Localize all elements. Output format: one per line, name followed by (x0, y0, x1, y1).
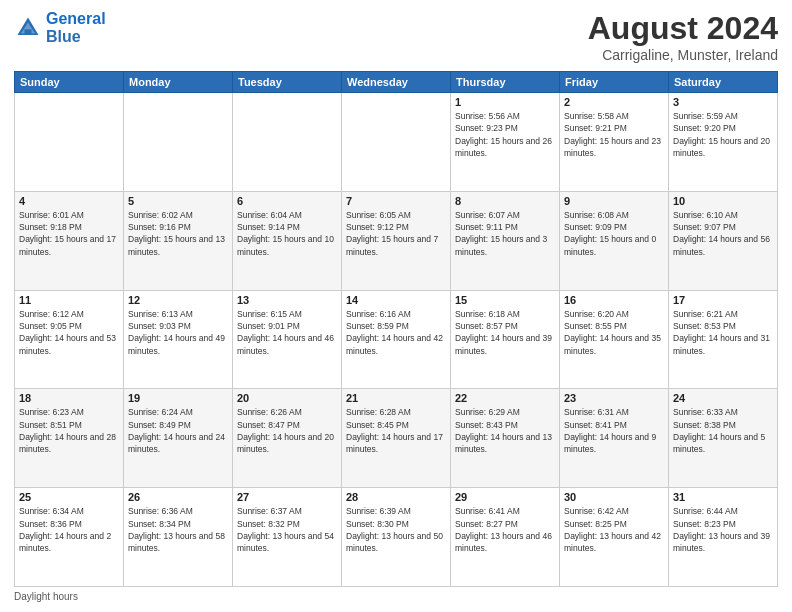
day-number: 2 (564, 96, 664, 108)
calendar-week-row: 18Sunrise: 6:23 AMSunset: 8:51 PMDayligh… (15, 389, 778, 488)
sunrise: Sunrise: 6:28 AM (346, 407, 411, 417)
sunrise: Sunrise: 6:04 AM (237, 210, 302, 220)
daylight: Daylight: 13 hours and 50 minutes. (346, 531, 443, 553)
sunset: Sunset: 8:32 PM (237, 519, 300, 529)
sunset: Sunset: 9:14 PM (237, 222, 300, 232)
daylight: Daylight: 14 hours and 42 minutes. (346, 333, 443, 355)
table-row: 21Sunrise: 6:28 AMSunset: 8:45 PMDayligh… (342, 389, 451, 488)
day-number: 4 (19, 195, 119, 207)
table-row: 28Sunrise: 6:39 AMSunset: 8:30 PMDayligh… (342, 488, 451, 587)
cell-info: Sunrise: 6:36 AMSunset: 8:34 PMDaylight:… (128, 505, 228, 554)
sunrise: Sunrise: 6:41 AM (455, 506, 520, 516)
sunset: Sunset: 8:34 PM (128, 519, 191, 529)
daylight: Daylight: 15 hours and 3 minutes. (455, 234, 547, 256)
table-row (342, 93, 451, 192)
daylight: Daylight: 15 hours and 13 minutes. (128, 234, 225, 256)
sunrise: Sunrise: 6:05 AM (346, 210, 411, 220)
cell-info: Sunrise: 6:16 AMSunset: 8:59 PMDaylight:… (346, 308, 446, 357)
cell-info: Sunrise: 5:56 AMSunset: 9:23 PMDaylight:… (455, 110, 555, 159)
day-number: 28 (346, 491, 446, 503)
sunrise: Sunrise: 6:37 AM (237, 506, 302, 516)
logo-general: General (46, 10, 106, 27)
table-row: 20Sunrise: 6:26 AMSunset: 8:47 PMDayligh… (233, 389, 342, 488)
sunset: Sunset: 9:18 PM (19, 222, 82, 232)
table-row: 19Sunrise: 6:24 AMSunset: 8:49 PMDayligh… (124, 389, 233, 488)
sunset: Sunset: 9:01 PM (237, 321, 300, 331)
table-row: 11Sunrise: 6:12 AMSunset: 9:05 PMDayligh… (15, 290, 124, 389)
sunset: Sunset: 9:23 PM (455, 123, 518, 133)
day-number: 9 (564, 195, 664, 207)
sunrise: Sunrise: 6:07 AM (455, 210, 520, 220)
daylight: Daylight: 15 hours and 7 minutes. (346, 234, 438, 256)
day-number: 29 (455, 491, 555, 503)
cell-info: Sunrise: 6:20 AMSunset: 8:55 PMDaylight:… (564, 308, 664, 357)
day-number: 26 (128, 491, 228, 503)
cell-info: Sunrise: 6:34 AMSunset: 8:36 PMDaylight:… (19, 505, 119, 554)
title-block: August 2024 Carrigaline, Munster, Irelan… (588, 10, 778, 63)
sunrise: Sunrise: 6:10 AM (673, 210, 738, 220)
daylight: Daylight: 14 hours and 28 minutes. (19, 432, 116, 454)
sunset: Sunset: 8:23 PM (673, 519, 736, 529)
table-row: 17Sunrise: 6:21 AMSunset: 8:53 PMDayligh… (669, 290, 778, 389)
col-sunday: Sunday (15, 72, 124, 93)
daylight: Daylight: 13 hours and 42 minutes. (564, 531, 661, 553)
page: General Blue August 2024 Carrigaline, Mu… (0, 0, 792, 612)
sunrise: Sunrise: 6:33 AM (673, 407, 738, 417)
table-row: 8Sunrise: 6:07 AMSunset: 9:11 PMDaylight… (451, 191, 560, 290)
table-row: 2Sunrise: 5:58 AMSunset: 9:21 PMDaylight… (560, 93, 669, 192)
calendar-week-row: 1Sunrise: 5:56 AMSunset: 9:23 PMDaylight… (15, 93, 778, 192)
table-row: 1Sunrise: 5:56 AMSunset: 9:23 PMDaylight… (451, 93, 560, 192)
table-row (233, 93, 342, 192)
day-number: 12 (128, 294, 228, 306)
table-row: 18Sunrise: 6:23 AMSunset: 8:51 PMDayligh… (15, 389, 124, 488)
table-row: 22Sunrise: 6:29 AMSunset: 8:43 PMDayligh… (451, 389, 560, 488)
location: Carrigaline, Munster, Ireland (588, 47, 778, 63)
calendar-table: Sunday Monday Tuesday Wednesday Thursday… (14, 71, 778, 587)
daylight: Daylight: 14 hours and 53 minutes. (19, 333, 116, 355)
sunrise: Sunrise: 6:34 AM (19, 506, 84, 516)
day-number: 1 (455, 96, 555, 108)
sunrise: Sunrise: 5:58 AM (564, 111, 629, 121)
daylight: Daylight: 14 hours and 49 minutes. (128, 333, 225, 355)
cell-info: Sunrise: 6:23 AMSunset: 8:51 PMDaylight:… (19, 406, 119, 455)
daylight: Daylight: 14 hours and 5 minutes. (673, 432, 765, 454)
daylight: Daylight: 15 hours and 23 minutes. (564, 136, 661, 158)
cell-info: Sunrise: 6:05 AMSunset: 9:12 PMDaylight:… (346, 209, 446, 258)
sunrise: Sunrise: 6:36 AM (128, 506, 193, 516)
sunset: Sunset: 9:12 PM (346, 222, 409, 232)
day-number: 6 (237, 195, 337, 207)
day-number: 21 (346, 392, 446, 404)
cell-info: Sunrise: 6:08 AMSunset: 9:09 PMDaylight:… (564, 209, 664, 258)
cell-info: Sunrise: 6:29 AMSunset: 8:43 PMDaylight:… (455, 406, 555, 455)
sunset: Sunset: 9:07 PM (673, 222, 736, 232)
daylight: Daylight: 15 hours and 20 minutes. (673, 136, 770, 158)
sunrise: Sunrise: 6:20 AM (564, 309, 629, 319)
daylight: Daylight: 14 hours and 56 minutes. (673, 234, 770, 256)
logo-blue: Blue (46, 28, 81, 45)
sunset: Sunset: 8:36 PM (19, 519, 82, 529)
sunrise: Sunrise: 6:29 AM (455, 407, 520, 417)
sunset: Sunset: 8:27 PM (455, 519, 518, 529)
table-row: 23Sunrise: 6:31 AMSunset: 8:41 PMDayligh… (560, 389, 669, 488)
month-year: August 2024 (588, 10, 778, 47)
sunrise: Sunrise: 6:42 AM (564, 506, 629, 516)
daylight: Daylight: 15 hours and 10 minutes. (237, 234, 334, 256)
table-row: 26Sunrise: 6:36 AMSunset: 8:34 PMDayligh… (124, 488, 233, 587)
cell-info: Sunrise: 6:01 AMSunset: 9:18 PMDaylight:… (19, 209, 119, 258)
sunrise: Sunrise: 6:12 AM (19, 309, 84, 319)
table-row: 13Sunrise: 6:15 AMSunset: 9:01 PMDayligh… (233, 290, 342, 389)
cell-info: Sunrise: 6:15 AMSunset: 9:01 PMDaylight:… (237, 308, 337, 357)
daylight: Daylight: 15 hours and 17 minutes. (19, 234, 116, 256)
sunrise: Sunrise: 6:44 AM (673, 506, 738, 516)
calendar-week-row: 25Sunrise: 6:34 AMSunset: 8:36 PMDayligh… (15, 488, 778, 587)
sunset: Sunset: 9:11 PM (455, 222, 518, 232)
table-row: 30Sunrise: 6:42 AMSunset: 8:25 PMDayligh… (560, 488, 669, 587)
day-number: 7 (346, 195, 446, 207)
table-row: 7Sunrise: 6:05 AMSunset: 9:12 PMDaylight… (342, 191, 451, 290)
table-row: 25Sunrise: 6:34 AMSunset: 8:36 PMDayligh… (15, 488, 124, 587)
daylight: Daylight: 14 hours and 9 minutes. (564, 432, 656, 454)
logo: General Blue (14, 10, 106, 45)
day-number: 30 (564, 491, 664, 503)
daylight: Daylight: 14 hours and 35 minutes. (564, 333, 661, 355)
sunset: Sunset: 9:21 PM (564, 123, 627, 133)
